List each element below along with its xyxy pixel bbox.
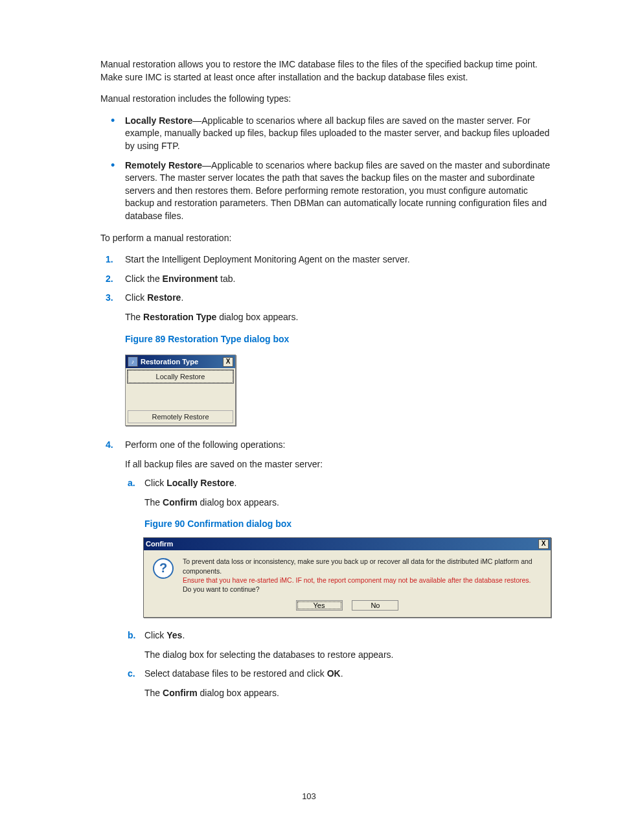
app-icon: ♪ — [128, 356, 138, 367]
close-icon[interactable]: X — [538, 539, 549, 549]
no-button[interactable]: No — [352, 600, 398, 611]
yes-button[interactable]: Yes — [296, 600, 343, 611]
sub-list: a. Click Locally Restore. The Confirm di… — [125, 477, 553, 699]
sub-letter: c. — [128, 668, 135, 681]
list-item: a. Click Locally Restore. The Confirm di… — [144, 477, 553, 618]
dialog-titlebar: Confirm X — [144, 538, 551, 550]
figure-caption: Figure 89 Restoration Type dialog box — [125, 333, 553, 346]
numbered-list: 1. Start the Intelligent Deployment Moni… — [100, 253, 553, 345]
list-item: 4. Perform one of the following operatio… — [125, 439, 553, 699]
document-page: Manual restoration allows you to restore… — [0, 0, 618, 840]
list-item: 1. Start the Intelligent Deployment Moni… — [125, 253, 553, 266]
text: Click the — [125, 274, 163, 284]
step-number: 1. — [106, 253, 113, 266]
dialog-buttons: Yes No — [144, 596, 551, 617]
step-number: 4. — [106, 439, 113, 452]
dialog-title: Restoration Type — [141, 358, 198, 366]
dialog-body: ? To prevent data loss or inconsistency,… — [144, 550, 551, 596]
list-item: 2. Click the Environment tab. — [125, 273, 553, 286]
restoration-type-dialog: ♪ Restoration Type X Locally Restore Rem… — [125, 355, 236, 426]
spacer — [126, 385, 235, 408]
bold-term: Environment — [163, 274, 218, 284]
text: . — [181, 292, 183, 303]
sub-letter: b. — [128, 629, 135, 642]
numbered-list-continued: 4. Perform one of the following operatio… — [100, 439, 553, 699]
term: Remotely Restore — [125, 160, 202, 170]
term: Locally Restore — [125, 115, 192, 126]
question-icon: ? — [153, 558, 174, 579]
step-result: The Restoration Type dialog box appears. — [125, 311, 553, 324]
step-detail: If all backup files are saved on the mas… — [125, 458, 553, 471]
list-item: Locally Restore—Applicable to scenarios … — [125, 115, 553, 153]
list-item: 3. Click Restore. The Restoration Type d… — [125, 292, 553, 345]
list-item: Remotely Restore—Applicable to scenarios… — [125, 159, 553, 223]
text: Perform one of the following operations: — [125, 439, 285, 450]
dialog-body: Locally Restore Remotely Restore — [126, 370, 235, 423]
step-number: 3. — [106, 292, 113, 305]
text: Start the Intelligent Deployment Monitor… — [125, 254, 410, 264]
text: tab. — [218, 274, 235, 284]
figure-caption: Figure 90 Confirmation dialog box — [144, 518, 553, 531]
dialog-message: To prevent data loss or inconsistency, m… — [183, 557, 542, 594]
close-icon[interactable]: X — [223, 357, 233, 367]
text: Click — [125, 292, 147, 303]
bold-term: Restore — [147, 292, 181, 303]
step-result: The Confirm dialog box appears. — [144, 496, 553, 509]
locally-restore-button[interactable]: Locally Restore — [128, 370, 233, 383]
sub-letter: a. — [128, 477, 135, 490]
dialog-titlebar: ♪ Restoration Type X — [126, 355, 235, 368]
confirm-dialog: Confirm X ? To prevent data loss or inco… — [143, 537, 551, 618]
paragraph: Manual restoration includes the followin… — [100, 93, 553, 106]
list-item: b. Click Yes. The dialog box for selecti… — [144, 629, 553, 661]
step-number: 2. — [106, 273, 113, 286]
page-number: 103 — [0, 791, 618, 801]
dialog-title: Confirm — [146, 539, 173, 549]
remotely-restore-button[interactable]: Remotely Restore — [128, 410, 233, 423]
list-item: c. Select database files to be restored … — [144, 668, 553, 699]
paragraph: To perform a manual restoration: — [100, 232, 553, 245]
paragraph: Manual restoration allows you to restore… — [100, 58, 553, 84]
bullet-list: Locally Restore—Applicable to scenarios … — [100, 115, 553, 223]
step-result: The Confirm dialog box appears. — [144, 687, 553, 700]
step-result: The dialog box for selecting the databas… — [144, 649, 553, 662]
